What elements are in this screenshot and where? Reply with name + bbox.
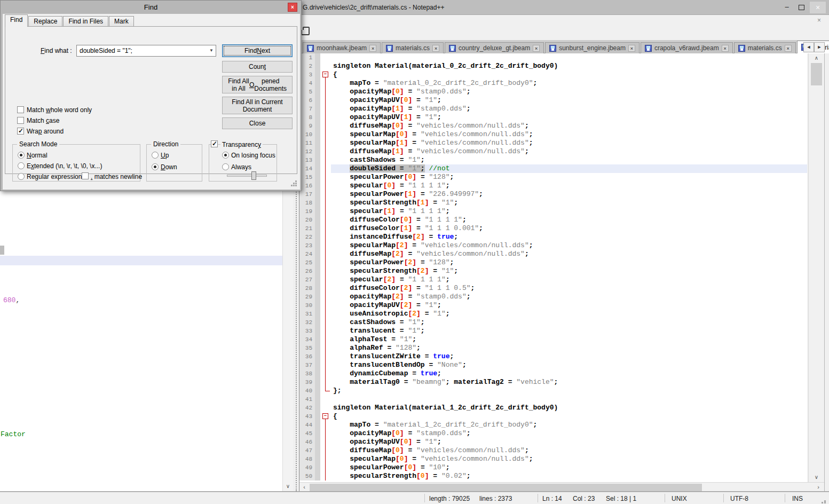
fold-margin[interactable]: [320, 199, 331, 207]
bookmark-margin[interactable]: [315, 335, 320, 344]
bookmark-margin[interactable]: [315, 122, 320, 130]
scroll-down-icon[interactable]: ∨: [283, 482, 293, 491]
fold-collapse-icon[interactable]: −: [322, 413, 328, 419]
bookmark-margin[interactable]: [315, 455, 320, 463]
count-button[interactable]: Count: [222, 61, 293, 73]
bookmark-margin[interactable]: [315, 216, 320, 224]
search-mode-regex-radio[interactable]: [18, 173, 25, 180]
fold-margin[interactable]: [320, 344, 331, 352]
fold-margin[interactable]: [320, 438, 331, 446]
bookmark-margin[interactable]: [315, 70, 320, 79]
bookmark-margin[interactable]: [315, 404, 320, 412]
bookmark-margin[interactable]: [315, 190, 320, 199]
fold-margin[interactable]: [320, 301, 331, 310]
status-eol-format[interactable]: UNIX: [672, 495, 687, 502]
find-all-current-button[interactable]: Find All in Current Document: [222, 97, 293, 114]
bookmark-margin[interactable]: [315, 258, 320, 267]
fold-margin[interactable]: [320, 79, 331, 88]
fold-margin[interactable]: [320, 53, 331, 62]
tab-find[interactable]: Find: [5, 14, 28, 27]
fold-margin[interactable]: [320, 173, 331, 182]
fold-margin[interactable]: [320, 122, 331, 130]
fold-collapse-icon[interactable]: −: [322, 72, 328, 77]
tab-close-icon[interactable]: ×: [432, 45, 439, 52]
fold-margin[interactable]: [320, 182, 331, 190]
fold-margin[interactable]: [320, 113, 331, 122]
fold-margin[interactable]: [320, 258, 331, 267]
transparency-always-radio[interactable]: [222, 163, 229, 170]
bookmark-margin[interactable]: [315, 446, 320, 455]
tab-close-icon[interactable]: ×: [785, 45, 792, 52]
fold-margin[interactable]: [320, 156, 331, 164]
left-pane-vertical-scrollbar[interactable]: ∨: [282, 191, 293, 491]
search-mode-normal-radio[interactable]: [18, 152, 25, 159]
fold-margin[interactable]: [320, 147, 331, 156]
close-button[interactable]: ×: [809, 1, 826, 14]
direction-down-radio[interactable]: [152, 163, 159, 170]
tab-close-icon[interactable]: ×: [722, 45, 729, 52]
scroll-up-icon[interactable]: ∧: [809, 53, 824, 63]
document-icon[interactable]: [303, 27, 310, 35]
bookmark-margin[interactable]: [315, 199, 320, 207]
tab-close-icon[interactable]: ×: [533, 45, 540, 52]
status-insert-mode[interactable]: INS: [792, 495, 803, 502]
bookmark-margin[interactable]: [315, 62, 320, 70]
bookmark-margin[interactable]: [315, 369, 320, 378]
bookmark-margin[interactable]: [315, 207, 320, 216]
bookmark-margin[interactable]: [315, 88, 320, 96]
bookmark-margin[interactable]: [315, 395, 320, 404]
bookmark-margin[interactable]: [315, 361, 320, 369]
fold-margin[interactable]: [320, 105, 331, 113]
bookmark-margin[interactable]: [315, 173, 320, 182]
bookmark-margin[interactable]: [315, 233, 320, 241]
tab-scroll-right-icon[interactable]: ►: [814, 42, 825, 52]
bookmark-margin[interactable]: [315, 438, 320, 446]
tab-close-icon[interactable]: ×: [369, 45, 376, 52]
bookmark-margin[interactable]: [315, 378, 320, 387]
fold-margin[interactable]: [320, 241, 331, 250]
tab-scroll-left-icon[interactable]: ◄: [803, 42, 814, 52]
close-dialog-button[interactable]: Close: [222, 117, 293, 129]
match-whole-word-checkbox[interactable]: [17, 106, 24, 113]
bookmark-margin[interactable]: [315, 113, 320, 122]
bookmark-margin[interactable]: [315, 139, 320, 147]
vertical-scrollbar-thumb[interactable]: [811, 63, 822, 85]
transparency-slider-thumb[interactable]: [251, 171, 256, 180]
bookmark-margin[interactable]: [315, 293, 320, 301]
scroll-right-icon[interactable]: ›: [814, 483, 823, 492]
combo-dropdown-icon[interactable]: ▼: [207, 46, 216, 56]
fold-margin[interactable]: [320, 164, 331, 173]
bookmark-margin[interactable]: [315, 284, 320, 293]
tab-mark[interactable]: Mark: [109, 16, 134, 27]
bookmark-margin[interactable]: [315, 352, 320, 361]
fold-margin[interactable]: [320, 250, 331, 258]
fold-margin[interactable]: [320, 96, 331, 105]
file-tab[interactable]: country_deluxe_gt.jbeam×: [445, 42, 544, 53]
bookmark-margin[interactable]: [315, 224, 320, 233]
fold-margin[interactable]: [320, 224, 331, 233]
fold-margin[interactable]: [320, 395, 331, 404]
horizontal-scrollbar[interactable]: ‹ ›: [299, 482, 824, 492]
bookmark-margin[interactable]: [315, 275, 320, 284]
fold-margin[interactable]: [320, 275, 331, 284]
dialog-close-icon[interactable]: ×: [288, 3, 297, 12]
transparency-slider-track[interactable]: [227, 175, 267, 177]
file-tab[interactable]: crapola_v6rawd.jbeam×: [641, 42, 733, 53]
bookmark-margin[interactable]: [315, 79, 320, 88]
bookmark-margin[interactable]: [315, 147, 320, 156]
bookmark-margin[interactable]: [315, 130, 320, 139]
fold-margin[interactable]: [320, 446, 331, 455]
fold-margin[interactable]: [320, 463, 331, 472]
fold-margin[interactable]: [320, 327, 331, 335]
bookmark-margin[interactable]: [315, 387, 320, 395]
fold-margin[interactable]: [320, 310, 331, 318]
fold-margin[interactable]: [320, 404, 331, 412]
fold-margin[interactable]: [320, 369, 331, 378]
search-mode-extended-radio[interactable]: [18, 162, 25, 169]
bookmark-margin[interactable]: [315, 156, 320, 164]
bookmark-margin[interactable]: [315, 429, 320, 438]
bookmark-margin[interactable]: [315, 301, 320, 310]
file-tab[interactable]: moonhawk.jbeam×: [303, 42, 381, 53]
vertical-scrollbar[interactable]: ∧ ∨: [808, 53, 824, 482]
bookmark-margin[interactable]: [315, 412, 320, 421]
